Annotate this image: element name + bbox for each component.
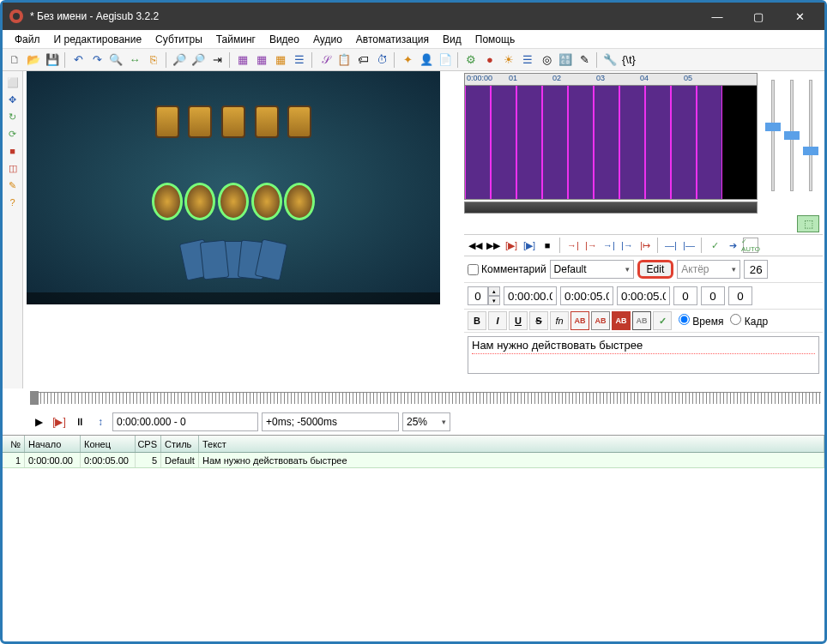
fonts-collector-icon[interactable]: 📄	[437, 51, 454, 69]
undo-icon[interactable]: ↶	[69, 51, 87, 69]
new-icon[interactable]: 🗋	[6, 51, 23, 69]
menu-help[interactable]: Помощь	[468, 32, 522, 47]
auto-commit-icon[interactable]: ✓AUTO	[743, 238, 758, 253]
header-end[interactable]: Конец	[81, 436, 136, 452]
menu-automation[interactable]: Автоматизация	[349, 32, 436, 47]
clip-tool-icon[interactable]: ◫	[5, 160, 21, 176]
menu-video[interactable]: Видео	[263, 32, 306, 47]
menu-edit[interactable]: И редактирование	[47, 32, 149, 47]
margin-left-input[interactable]	[673, 286, 697, 305]
style-select[interactable]: Default	[550, 260, 634, 279]
video-seek-slider[interactable]	[30, 392, 821, 404]
grid-row[interactable]: 1 0:00:00.00 0:00:05.00 5 Default Нам ну…	[3, 453, 824, 468]
styles-manager-icon[interactable]: ✎	[576, 51, 593, 69]
italic-button[interactable]: I	[488, 311, 507, 330]
font-button[interactable]: fn	[550, 311, 569, 330]
outline-color-button[interactable]: AB	[612, 311, 631, 330]
open-icon[interactable]: 📂	[25, 51, 42, 69]
select-lines-icon[interactable]: ☰	[519, 51, 536, 69]
effect-input[interactable]	[744, 260, 768, 279]
play-line-icon[interactable]: [▶]	[522, 238, 537, 253]
commit-text-button[interactable]: ✓	[653, 311, 672, 330]
menu-view[interactable]: Вид	[436, 32, 468, 47]
play-before-start-icon[interactable]: →|	[565, 238, 581, 253]
save-icon[interactable]: 💾	[44, 51, 61, 69]
styling-assistant-icon[interactable]: 𝒮	[317, 51, 334, 69]
attachments-icon[interactable]: 🔠	[557, 51, 574, 69]
shift-times-icon[interactable]: ●	[481, 51, 498, 69]
margin-vert-input[interactable]	[728, 286, 752, 305]
header-num[interactable]: №	[3, 436, 25, 452]
volume-slider[interactable]	[803, 80, 818, 191]
standard-tool-icon[interactable]: ⬜	[5, 75, 21, 90]
snap-start-icon[interactable]: ▦	[234, 51, 251, 69]
subtitle-text-input[interactable]: Нам нужно действовать быстрее	[468, 336, 819, 374]
underline-button[interactable]: U	[509, 311, 528, 330]
automation-icon[interactable]: ⚙	[462, 51, 480, 69]
commit-icon[interactable]: ✓	[707, 238, 722, 253]
end-time-input[interactable]	[560, 286, 613, 305]
shadow-color-button[interactable]: AB	[632, 311, 651, 330]
header-text[interactable]: Текст	[199, 436, 824, 452]
sort-icon[interactable]: ☀	[500, 51, 517, 69]
close-button[interactable]: ✕	[787, 6, 812, 27]
snap-end-icon[interactable]: ▦	[253, 51, 270, 69]
play-to-end-icon[interactable]: |↦	[637, 238, 653, 253]
rotate-xy-icon[interactable]: ⟳	[5, 126, 21, 141]
lead-out-icon[interactable]: |—	[681, 238, 697, 253]
layer-spinbox[interactable]: ▴▾	[468, 286, 500, 305]
go-to-selection-icon[interactable]: ➔	[725, 238, 740, 253]
find-icon[interactable]: 🔍	[107, 51, 124, 69]
audio-timeline[interactable]: 0:00:00 01 02 03 04 05	[464, 73, 758, 200]
menu-audio[interactable]: Аудио	[306, 32, 349, 47]
strike-button[interactable]: S	[529, 311, 548, 330]
vector-clip-icon[interactable]: ✎	[5, 178, 21, 193]
drag-tool-icon[interactable]: ✥	[5, 92, 21, 107]
menu-timing[interactable]: Тайминг	[209, 32, 263, 47]
jump-icon[interactable]: ⎘	[145, 51, 162, 69]
play-after-start-icon[interactable]: |→	[583, 238, 599, 253]
duration-input[interactable]	[617, 286, 670, 305]
edit-style-button[interactable]: Edit	[637, 260, 674, 279]
play-line-video-button[interactable]: [▶]	[51, 413, 68, 430]
minimize-button[interactable]: —	[704, 6, 730, 27]
scale-tool-icon[interactable]: ■	[5, 143, 21, 159]
play-after-end-icon[interactable]: |→	[619, 238, 635, 253]
menu-file[interactable]: Файл	[8, 32, 47, 47]
link-zoom-button[interactable]: ⬚	[797, 215, 819, 232]
help-tool-icon[interactable]: ?	[5, 195, 21, 210]
primary-color-button[interactable]: AB	[570, 311, 589, 330]
secondary-color-button[interactable]: AB	[591, 311, 610, 330]
start-time-input[interactable]	[504, 286, 557, 305]
margin-right-input[interactable]	[701, 286, 725, 305]
resample-icon[interactable]: 🏷	[354, 51, 371, 69]
subs-shift-display[interactable]: +0ms; -5000ms	[262, 412, 399, 431]
zoom-select[interactable]: 25%	[402, 412, 450, 431]
header-style[interactable]: Стиль	[161, 436, 199, 452]
play-video-button[interactable]: ▶	[30, 413, 47, 430]
zoom-out-icon[interactable]: 🔎	[190, 51, 207, 69]
redo-icon[interactable]: ↷	[88, 51, 106, 69]
header-cps[interactable]: CPS	[136, 436, 161, 452]
timing-postprocess-icon[interactable]: ⏱	[373, 51, 390, 69]
video-display[interactable]	[27, 71, 440, 304]
snap-scene-icon[interactable]: ☰	[291, 51, 308, 69]
select-visible-icon[interactable]: ▦	[272, 51, 289, 69]
actor-select[interactable]: Актёр	[677, 260, 740, 279]
menu-subtitles[interactable]: Субтитры	[148, 32, 209, 47]
pause-video-button[interactable]: ⏸	[71, 413, 88, 430]
spell-check-icon[interactable]: 👤	[418, 51, 435, 69]
rotate-z-icon[interactable]: ↻	[5, 109, 21, 124]
autoscroll-button[interactable]: ↕	[92, 413, 109, 430]
header-start[interactable]: Начало	[25, 436, 81, 452]
video-jump-icon[interactable]: ⇥	[208, 51, 226, 69]
options-icon[interactable]: 🔧	[601, 51, 619, 69]
bold-button[interactable]: B	[468, 311, 486, 330]
comment-checkbox[interactable]: Комментарий	[468, 263, 546, 275]
stop-icon[interactable]: ■	[540, 238, 555, 253]
zoom-in-icon[interactable]: 🔎	[171, 51, 188, 69]
translation-assistant-icon[interactable]: 📋	[335, 51, 353, 69]
horizontal-zoom-slider[interactable]	[765, 80, 781, 191]
frame-radio[interactable]: Кадр	[730, 314, 768, 328]
play-before-end-icon[interactable]: →|	[601, 238, 617, 253]
